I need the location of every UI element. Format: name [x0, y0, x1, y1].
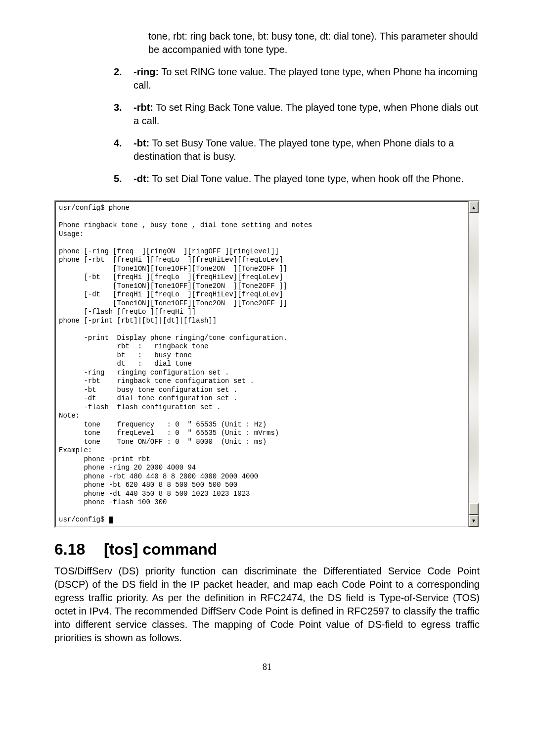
- list-label: -ring:: [134, 66, 159, 77]
- list-number: 2.: [114, 65, 134, 92]
- list-text: To set Ring Back Tone value. The played …: [134, 102, 478, 126]
- list-body: -dt: To set Dial Tone value. The played …: [134, 172, 480, 186]
- terminal-window: usr/config$ phone Phone ringback tone , …: [54, 200, 480, 528]
- list-label: -rbt:: [134, 102, 153, 113]
- page-number: 81: [54, 662, 480, 672]
- terminal-text: usr/config$ phone Phone ringback tone , …: [59, 204, 312, 523]
- scroll-down-button[interactable]: ▼: [469, 515, 479, 527]
- list-label: -bt:: [134, 138, 149, 148]
- intro-text: tone, rbt: ring back tone, bt: busy tone…: [148, 30, 480, 56]
- section-heading: 6.18[tos] command: [54, 540, 480, 559]
- list-number: 3.: [114, 101, 134, 128]
- list-item-ring: 2. -ring: To set RING tone value. The pl…: [114, 65, 480, 92]
- scrollbar[interactable]: ▲ ▼: [468, 201, 479, 527]
- list-text: To set Dial Tone value. The played tone …: [149, 173, 464, 184]
- list-text: To set RING tone value. The played tone …: [134, 66, 478, 91]
- terminal-output[interactable]: usr/config$ phone Phone ringback tone , …: [55, 201, 468, 527]
- body-paragraph: TOS/DiffServ (DS) priority function can …: [54, 565, 480, 645]
- list-body: -rbt: To set Ring Back Tone value. The p…: [134, 101, 480, 128]
- scroll-up-button[interactable]: ▲: [469, 201, 479, 213]
- cursor-icon: [109, 517, 113, 523]
- list-item-rbt: 3. -rbt: To set Ring Back Tone value. Th…: [114, 101, 480, 128]
- section-title: [tos] command: [104, 540, 217, 558]
- triangle-down-icon: ▼: [471, 518, 476, 523]
- list-number: 5.: [114, 172, 134, 186]
- list-item-dt: 5. -dt: To set Dial Tone value. The play…: [114, 172, 480, 186]
- scrollbar-track[interactable]: [469, 213, 479, 515]
- triangle-up-icon: ▲: [471, 205, 476, 210]
- list-text: To set Busy Tone value. The played tone …: [134, 138, 454, 162]
- list-body: -ring: To set RING tone value. The playe…: [134, 65, 480, 92]
- list-body: -bt: To set Busy Tone value. The played …: [134, 137, 480, 163]
- scrollbar-thumb[interactable]: [469, 503, 479, 515]
- list-item-bt: 4. -bt: To set Busy Tone value. The play…: [114, 137, 480, 163]
- list-label: -dt:: [134, 173, 149, 184]
- list-number: 4.: [114, 137, 134, 163]
- section-number: 6.18: [54, 540, 104, 559]
